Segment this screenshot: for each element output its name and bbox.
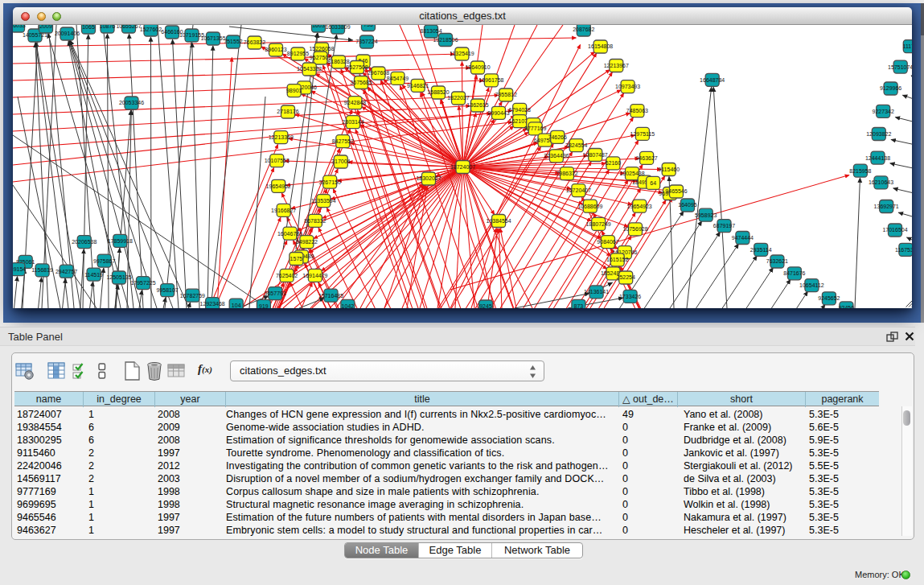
- svg-text:62160: 62160: [606, 160, 622, 166]
- svg-text:14136141: 14136141: [584, 289, 609, 295]
- svg-text:3824554: 3824554: [565, 142, 587, 148]
- svg-text:1733426: 1733426: [619, 294, 641, 299]
- svg-text:1156819: 1156819: [31, 267, 53, 273]
- svg-text:20364436: 20364436: [544, 153, 569, 159]
- svg-text:20206538: 20206538: [72, 239, 97, 245]
- svg-text:9245652: 9245652: [818, 295, 840, 301]
- svg-text:6794028: 6794028: [509, 107, 531, 113]
- svg-text:98901: 98901: [286, 88, 302, 93]
- svg-text:13692971: 13692971: [874, 204, 899, 209]
- svg-text:10671355: 10671355: [200, 35, 225, 41]
- svg-text:16033: 16033: [13, 25, 26, 28]
- svg-text:16914479: 16914479: [302, 273, 327, 278]
- svg-text:15720407: 15720407: [566, 187, 591, 193]
- svg-text:10543382: 10543382: [297, 66, 322, 72]
- svg-text:92456: 92456: [839, 305, 855, 308]
- svg-text:12975115: 12975115: [630, 131, 655, 137]
- svg-text:6879197: 6879197: [713, 223, 735, 229]
- svg-text:9777169: 9777169: [524, 126, 546, 131]
- svg-text:164095: 164095: [678, 202, 696, 208]
- svg-text:15716485: 15716485: [318, 293, 343, 299]
- svg-text:16961758: 16961758: [478, 77, 503, 83]
- svg-text:9146821: 9146821: [407, 83, 429, 89]
- svg-text:15751074: 15751074: [888, 64, 912, 70]
- svg-text:3267150: 3267150: [319, 179, 341, 185]
- svg-text:2718176: 2718176: [277, 109, 298, 114]
- svg-text:10655267: 10655267: [116, 25, 141, 29]
- svg-text:252254: 252254: [617, 274, 635, 280]
- svg-text:12093822: 12093822: [866, 131, 891, 137]
- svg-text:17016504: 17016504: [882, 227, 907, 233]
- svg-text:114519: 114519: [84, 272, 103, 278]
- svg-text:17957225: 17957225: [130, 280, 155, 286]
- svg-text:16033809: 16033809: [325, 25, 350, 30]
- svg-text:10756928: 10756928: [622, 226, 647, 232]
- svg-text:12505135: 12505135: [106, 274, 131, 280]
- svg-text:9227342: 9227342: [873, 109, 894, 114]
- svg-text:317004: 317004: [331, 159, 350, 164]
- svg-text:11172: 11172: [903, 43, 912, 49]
- svg-text:19218506: 19218506: [433, 37, 458, 43]
- svg-text:104: 104: [232, 303, 241, 308]
- svg-text:20053346: 20053346: [119, 100, 144, 105]
- svg-text:10973493: 10973493: [615, 84, 640, 89]
- svg-text:8454749: 8454749: [387, 76, 409, 81]
- svg-text:1167533: 1167533: [895, 247, 912, 253]
- svg-text:5958923: 5958923: [695, 212, 717, 218]
- svg-text:7625402: 7625402: [276, 273, 298, 278]
- svg-text:11353594: 11353594: [311, 198, 336, 204]
- svg-text:2803144: 2803144: [342, 119, 363, 125]
- svg-text:16782759: 16782759: [180, 293, 205, 299]
- svg-text:19384554: 19384554: [487, 218, 511, 224]
- svg-text:2087682: 2087682: [573, 27, 594, 32]
- svg-text:12213369: 12213369: [269, 134, 294, 140]
- svg-text:7632621: 7632621: [766, 258, 788, 264]
- svg-text:16210643: 16210643: [869, 179, 893, 185]
- svg-text:9245: 9245: [479, 303, 492, 308]
- svg-text:16046786: 16046786: [277, 231, 302, 237]
- svg-text:18724007: 18724007: [450, 164, 475, 170]
- svg-text:3675685: 3675685: [350, 80, 372, 85]
- svg-text:8678332: 8678332: [304, 218, 326, 224]
- svg-text:18640910: 18640910: [465, 64, 490, 70]
- svg-text:746266: 746266: [548, 134, 567, 140]
- svg-text:10688609: 10688609: [577, 204, 602, 209]
- svg-text:2009: 2009: [39, 25, 52, 29]
- svg-text:751552: 751552: [224, 39, 242, 44]
- svg-text:10654112: 10654112: [799, 282, 824, 288]
- svg-text:9958107: 9958107: [156, 287, 178, 293]
- svg-text:20091406: 20091406: [55, 31, 80, 36]
- svg-text:19166827: 19166827: [271, 208, 296, 213]
- svg-text:7663822: 7663822: [244, 39, 265, 45]
- svg-text:10107553: 10107553: [265, 158, 290, 163]
- svg-text:10876: 10876: [100, 25, 116, 29]
- svg-text:1615152: 1615152: [606, 257, 628, 262]
- svg-text:16154808: 16154808: [588, 43, 613, 49]
- svg-text:9115460: 9115460: [658, 167, 680, 172]
- svg-text:11325419: 11325419: [450, 51, 474, 56]
- svg-text:7485063: 7485063: [626, 108, 648, 113]
- svg-text:1527602: 1527602: [140, 27, 162, 32]
- svg-text:8990443: 8990443: [487, 110, 509, 116]
- svg-text:8912955: 8912955: [287, 51, 309, 56]
- svg-text:1362615: 1362615: [466, 102, 488, 108]
- svg-text:7955812: 7955812: [495, 92, 517, 97]
- svg-text:12444138: 12444138: [865, 155, 890, 161]
- svg-text:16648784: 16648784: [700, 77, 725, 83]
- svg-text:18807249: 18807249: [586, 221, 611, 227]
- svg-text:12213967: 12213967: [604, 63, 629, 68]
- svg-text:19654952: 19654952: [266, 183, 291, 189]
- svg-text:12923468: 12923468: [200, 301, 225, 307]
- svg-text:9242848: 9242848: [344, 100, 366, 105]
- svg-text:10807487: 10807487: [583, 152, 608, 158]
- svg-text:18302027: 18302027: [416, 175, 441, 181]
- svg-text:9084067: 9084067: [597, 239, 618, 245]
- svg-text:9657791: 9657791: [265, 290, 286, 296]
- svg-text:39154: 39154: [13, 266, 26, 272]
- svg-text:9465546: 9465546: [665, 188, 687, 194]
- svg-text:2935114: 2935114: [750, 247, 772, 253]
- svg-text:9463627: 9463627: [635, 155, 657, 161]
- svg-text:919: 919: [259, 303, 269, 308]
- svg-text:1042: 1042: [342, 303, 355, 308]
- svg-text:7357224: 7357224: [355, 39, 377, 44]
